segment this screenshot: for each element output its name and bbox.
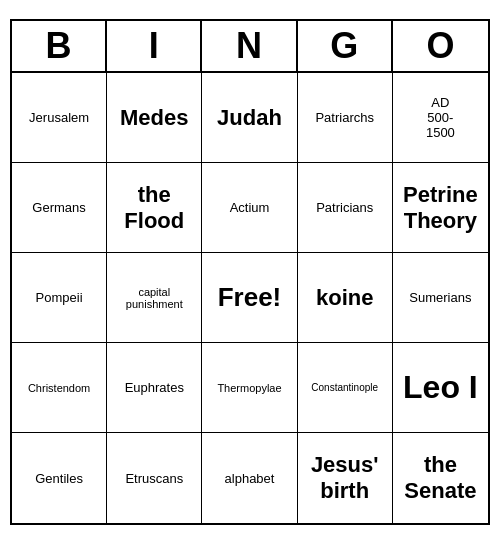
bingo-cell: Medes [107,73,202,163]
bingo-cell: Etruscans [107,433,202,523]
bingo-cell: Jesus' birth [298,433,393,523]
bingo-cell: the Senate [393,433,488,523]
bingo-cell: Patricians [298,163,393,253]
bingo-cell: Gentiles [12,433,107,523]
bingo-cell: alphabet [202,433,297,523]
bingo-cell: Christendom [12,343,107,433]
header-letter: B [12,21,107,71]
bingo-cell: Free! [202,253,297,343]
bingo-cell: Euphrates [107,343,202,433]
header-letter: O [393,21,488,71]
bingo-grid: JerusalemMedesJudahPatriarchsAD 500- 150… [12,73,488,523]
bingo-cell: Thermopylae [202,343,297,433]
bingo-card: BINGO JerusalemMedesJudahPatriarchsAD 50… [10,19,490,525]
bingo-cell: AD 500- 1500 [393,73,488,163]
header-letter: I [107,21,202,71]
bingo-cell: Petrine Theory [393,163,488,253]
bingo-cell: Actium [202,163,297,253]
bingo-cell: the Flood [107,163,202,253]
bingo-cell: Judah [202,73,297,163]
bingo-cell: Leo I [393,343,488,433]
bingo-cell: Patriarchs [298,73,393,163]
bingo-cell: koine [298,253,393,343]
bingo-cell: capital punishment [107,253,202,343]
header-letter: G [298,21,393,71]
header-letter: N [202,21,297,71]
bingo-cell: Jerusalem [12,73,107,163]
bingo-header: BINGO [12,21,488,73]
bingo-cell: Sumerians [393,253,488,343]
bingo-cell: Germans [12,163,107,253]
bingo-cell: Constantinople [298,343,393,433]
bingo-cell: Pompeii [12,253,107,343]
